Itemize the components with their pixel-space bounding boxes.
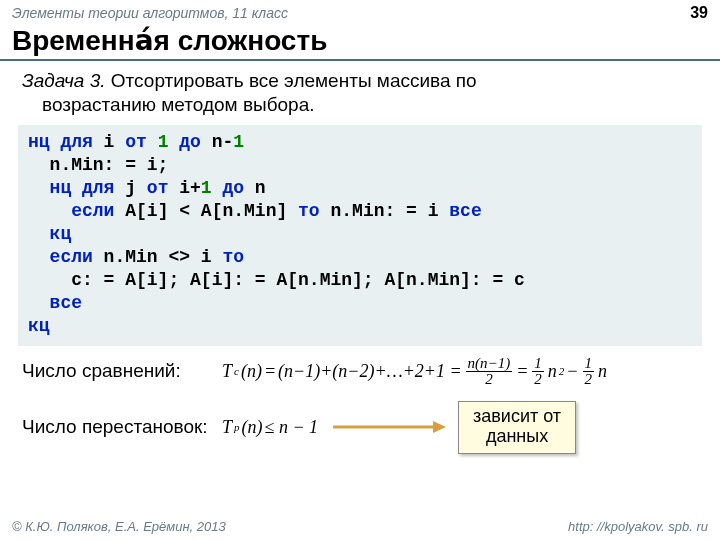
code: A[i] < A[n.Min]	[114, 201, 298, 221]
f: c	[234, 365, 239, 377]
kw: все	[449, 201, 481, 221]
code: c: = A[i]; A[i]: = A[n.Min]; A[n.Min]: =…	[28, 270, 525, 290]
code: i+	[168, 178, 200, 198]
f: −	[566, 361, 578, 382]
arrow-icon	[328, 415, 448, 439]
num: 1	[201, 178, 212, 198]
num: 1	[147, 132, 169, 152]
footer-url: http: //kpolyakov. spb. ru	[568, 519, 708, 534]
kw: до	[168, 132, 200, 152]
f: (n−1)+(n−2)+…+2+1 =	[278, 361, 462, 382]
kw: то	[298, 201, 320, 221]
permutations-row: Число перестановок: Tp(n) ≤ n − 1 зависи…	[0, 401, 720, 454]
permutations-label: Число перестановок:	[22, 416, 222, 438]
slide-title: Временна́я сложность	[0, 24, 720, 61]
code: n	[244, 178, 266, 198]
kw: от	[125, 132, 147, 152]
kw: до	[212, 178, 244, 198]
task-label: Задача 3.	[22, 70, 106, 91]
kw: нц для	[28, 178, 114, 198]
comparisons-label: Число сравнений:	[22, 360, 222, 382]
f: (n)	[242, 417, 263, 438]
f: =	[516, 361, 528, 382]
f: 2	[532, 372, 544, 387]
f: (n)	[241, 361, 262, 382]
kw: если	[28, 247, 93, 267]
comparisons-formula: Tc(n) = (n−1)+(n−2)+…+2+1 = n(n−1)2 = 12…	[222, 356, 607, 387]
f: =	[264, 361, 276, 382]
code: n.Min <> i	[93, 247, 223, 267]
f: 2	[559, 365, 565, 377]
kw: если	[28, 201, 114, 221]
page-number: 39	[690, 4, 708, 22]
note-line2: данных	[473, 426, 561, 447]
code: j	[114, 178, 146, 198]
fraction: n(n−1)2	[466, 356, 513, 387]
f: p	[234, 421, 240, 433]
permutations-formula: Tp(n) ≤ n − 1	[222, 417, 318, 438]
code: n.Min: = i;	[28, 155, 168, 175]
footer-authors: © К.Ю. Поляков, Е.А. Ерёмин, 2013	[12, 519, 226, 534]
kw: от	[147, 178, 169, 198]
f: T	[222, 417, 232, 438]
f: n	[548, 361, 557, 382]
num: 1	[233, 132, 244, 152]
f: 2	[583, 372, 595, 387]
code-block: нц для i от 1 до n-1 n.Min: = i; нц для …	[18, 125, 702, 346]
fraction: 12	[532, 356, 544, 387]
header-bar: Элементы теории алгоритмов, 11 класс 39	[0, 0, 720, 24]
code: n.Min: = i	[320, 201, 450, 221]
comparisons-row: Число сравнений: Tc(n) = (n−1)+(n−2)+…+2…	[0, 356, 720, 387]
kw: то	[222, 247, 244, 267]
f: T	[222, 361, 232, 382]
kw: кц	[28, 316, 50, 336]
code: i	[93, 132, 125, 152]
course-label: Элементы теории алгоритмов, 11 класс	[12, 5, 288, 21]
kw: все	[28, 293, 82, 313]
kw: нц для	[28, 132, 93, 152]
task-line2: возрастанию методом выбора.	[22, 93, 698, 117]
f: ≤ n − 1	[265, 417, 319, 438]
f: 1	[532, 356, 544, 372]
kw: кц	[28, 224, 71, 244]
f: 2	[483, 372, 495, 387]
task-text: Задача 3. Отсортировать все элементы мас…	[0, 69, 720, 123]
note-box: зависит от данных	[458, 401, 576, 454]
svg-marker-1	[433, 421, 446, 433]
f: n	[598, 361, 607, 382]
task-line1: Отсортировать все элементы массива по	[106, 70, 477, 91]
fraction: 12	[583, 356, 595, 387]
f: n(n−1)	[466, 356, 513, 372]
f: 1	[583, 356, 595, 372]
code: n-	[201, 132, 233, 152]
note-line1: зависит от	[473, 406, 561, 427]
footer: © К.Ю. Поляков, Е.А. Ерёмин, 2013 http: …	[0, 519, 720, 534]
